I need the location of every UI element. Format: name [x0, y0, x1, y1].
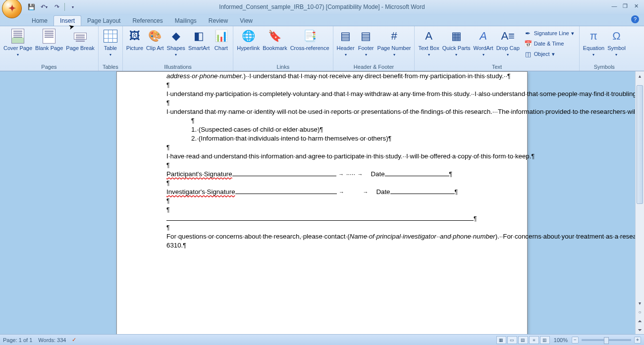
- cover-page-icon: [10, 28, 26, 44]
- redo-icon[interactable]: ↷: [52, 1, 62, 12]
- office-logo-icon: ✦: [8, 3, 16, 14]
- blank-page-button[interactable]: Blank Page: [34, 27, 64, 52]
- wordart-button[interactable]: AWordArt: [472, 27, 495, 59]
- zoom-in-button[interactable]: +: [634, 337, 641, 344]
- group-label-links: Links: [235, 63, 330, 71]
- doc-list-2: 2.·(Information·that·individuals·intend·…: [191, 135, 388, 142]
- footer-button[interactable]: ▤Footer: [356, 27, 376, 59]
- clip-art-button[interactable]: 🎨Clip Art: [145, 27, 165, 52]
- smartart-button[interactable]: ◧SmartArt: [187, 27, 211, 52]
- help-icon[interactable]: ?: [631, 15, 639, 23]
- sig-participant: Participant's·Signature: [166, 170, 232, 178]
- group-pages: Cover Page Blank Page Page Break Pages: [0, 26, 99, 71]
- zoom-out-button[interactable]: −: [572, 337, 579, 344]
- clip-art-icon: 🎨: [147, 28, 163, 44]
- status-words[interactable]: Words: 334: [38, 337, 66, 343]
- save-icon[interactable]: 💾: [26, 1, 37, 12]
- scroll-up-icon[interactable]: ▴: [636, 71, 644, 80]
- doc-line-4: I·have·read·and·understand·this·informat…: [166, 152, 531, 160]
- hyperlink-button[interactable]: 🌐Hyperlink: [235, 27, 261, 52]
- minimize-button[interactable]: —: [609, 2, 619, 10]
- scroll-track[interactable]: [636, 80, 644, 298]
- group-label-tables: Tables: [101, 63, 120, 71]
- bookmark-icon: 🔖: [267, 28, 283, 44]
- cross-reference-icon: 📑: [302, 28, 318, 44]
- print-layout-view-icon[interactable]: ▦: [496, 336, 506, 344]
- group-symbols: πEquation ΩSymbol Symbols: [580, 26, 629, 71]
- group-links: 🌐Hyperlink 🔖Bookmark 📑Cross-reference Li…: [233, 26, 333, 71]
- group-label-illustrations: Illustrations: [125, 63, 231, 71]
- prev-page-icon[interactable]: ⏶: [638, 316, 643, 325]
- proofing-icon[interactable]: ✓: [72, 337, 76, 343]
- page[interactable]: address·or·phone·number.)··I·understand·…: [116, 71, 528, 334]
- drop-cap-button[interactable]: A≡Drop Cap: [495, 27, 521, 59]
- scroll-thumb[interactable]: [637, 85, 643, 204]
- group-label-pages: Pages: [2, 63, 96, 71]
- tab-page-layout[interactable]: Page Layout: [81, 16, 126, 26]
- restore-button[interactable]: ❐: [620, 2, 630, 10]
- object-button[interactable]: ◫Object ▾: [522, 49, 576, 59]
- symbol-icon: Ω: [608, 28, 624, 44]
- header-icon: ▤: [338, 28, 354, 44]
- outline-view-icon[interactable]: ≡: [529, 336, 539, 344]
- symbol-button[interactable]: ΩSymbol: [606, 27, 627, 59]
- qat-customize-icon[interactable]: [67, 1, 78, 12]
- group-header-footer: ▤Header ▤Footer #Page Number Header & Fo…: [333, 26, 415, 71]
- title-bar: ✦ 💾 ↶▾ ↷ Informed_Consent_sample_IRB_10-…: [0, 0, 644, 14]
- quick-parts-icon: ▦: [448, 28, 464, 44]
- tab-review[interactable]: Review: [203, 16, 234, 26]
- doc-line-1a: address·or·phone·number.: [166, 72, 243, 80]
- tab-view[interactable]: View: [234, 16, 259, 26]
- undo-icon[interactable]: ↶▾: [39, 1, 50, 12]
- zoom-level[interactable]: 100%: [554, 337, 568, 343]
- tab-mailings[interactable]: Mailings: [169, 16, 203, 26]
- chart-button[interactable]: 📊Chart: [211, 27, 231, 52]
- ribbon: Cover Page Blank Page Page Break Pages T…: [0, 26, 644, 71]
- next-page-icon[interactable]: ⏷: [638, 325, 643, 334]
- zoom-slider[interactable]: [582, 339, 631, 341]
- full-screen-view-icon[interactable]: ▭: [507, 336, 517, 344]
- date-time-button[interactable]: 📅Date & Time: [522, 39, 576, 49]
- shapes-icon: ◆: [168, 28, 184, 44]
- group-illustrations: 🖼Picture 🎨Clip Art ◆Shapes ◧SmartArt 📊Ch…: [123, 26, 233, 71]
- document-scroll[interactable]: address·or·phone·number.)··I·understand·…: [0, 71, 635, 334]
- sig-date-1: Date: [371, 170, 385, 178]
- select-browse-icon[interactable]: ○: [638, 307, 643, 316]
- equation-button[interactable]: πEquation: [582, 27, 606, 59]
- scroll-down-icon[interactable]: ▾: [636, 298, 644, 307]
- equation-icon: π: [586, 28, 601, 44]
- page-break-button[interactable]: Page Break: [64, 27, 96, 52]
- web-layout-view-icon[interactable]: ▤: [518, 336, 528, 344]
- table-icon: [103, 28, 118, 44]
- vertical-scrollbar[interactable]: ▴ ▾ ○ ⏶ ⏷: [635, 71, 644, 334]
- bookmark-button[interactable]: 🔖Bookmark: [261, 27, 289, 52]
- header-button[interactable]: ▤Header: [335, 27, 356, 59]
- window-controls: — ❐ ✕: [609, 2, 641, 10]
- text-box-icon: A: [421, 28, 437, 44]
- footer-icon: ▤: [358, 28, 374, 44]
- page-number-icon: #: [386, 28, 402, 44]
- shapes-button[interactable]: ◆Shapes: [165, 27, 187, 59]
- quick-parts-button[interactable]: ▦Quick Parts: [441, 27, 472, 59]
- tab-insert[interactable]: Insert: [54, 15, 81, 26]
- window-title: Informed_Consent_sample_IRB_10-07) [Comp…: [0, 3, 644, 10]
- signature-line-button[interactable]: ✒Signature Line ▾: [522, 28, 576, 38]
- status-page[interactable]: Page: 1 of 1: [3, 337, 32, 343]
- close-button[interactable]: ✕: [631, 2, 641, 10]
- doc-line-5a: For·questions·or·concerns·about·the·rese…: [166, 233, 350, 240]
- cover-page-button[interactable]: Cover Page: [2, 27, 34, 59]
- tab-home[interactable]: Home: [26, 16, 54, 26]
- page-number-button[interactable]: #Page Number: [376, 27, 413, 59]
- group-label-headerfooter: Header & Footer: [335, 63, 413, 71]
- doc-line-3: I·understand·that·my·name·or·identity·wi…: [166, 108, 635, 115]
- picture-button[interactable]: 🖼Picture: [125, 27, 145, 52]
- page-break-icon: [72, 28, 88, 44]
- tab-references[interactable]: References: [126, 16, 168, 26]
- text-box-button[interactable]: AText Box: [417, 27, 440, 59]
- hyperlink-icon: 🌐: [240, 28, 256, 44]
- cross-reference-button[interactable]: 📑Cross-reference: [289, 27, 331, 52]
- page-content[interactable]: address·or·phone·number.)··I·understand·…: [117, 72, 527, 250]
- draft-view-icon[interactable]: ▥: [540, 336, 550, 344]
- doc-line-1b: )··I·understand·that·I·may·not·receive·a…: [243, 72, 507, 80]
- table-button[interactable]: Table: [101, 27, 120, 59]
